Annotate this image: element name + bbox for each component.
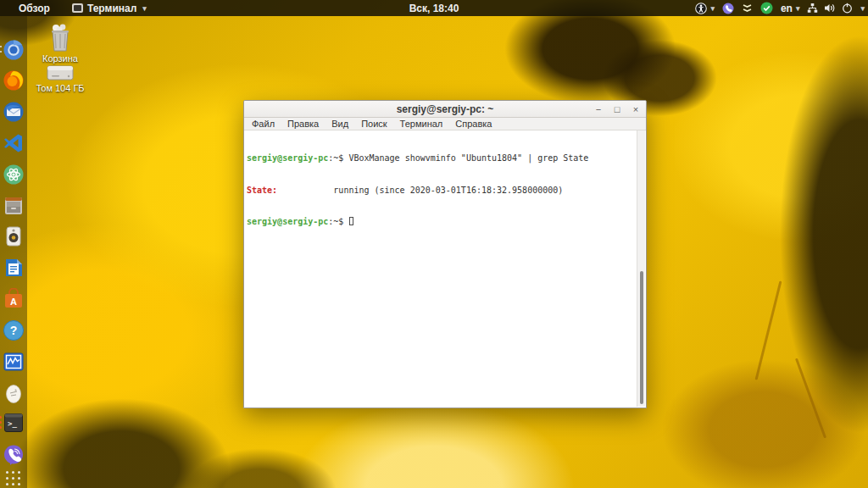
activities-button[interactable]: Обзор [15,3,53,14]
scrollbar-thumb[interactable] [640,271,643,403]
accessibility-icon [695,3,707,14]
terminal-scrollbar[interactable] [637,130,645,407]
desktop-icon-label: Том 104 ГБ [32,84,88,93]
show-applications-button[interactable] [6,471,21,486]
chevron-down-icon: ▾ [796,4,800,13]
command-text: VBoxManage showvminfo "Ubuntu1804" | gre… [343,153,588,163]
status-ok-icon [760,2,773,14]
viber-indicator[interactable] [722,3,734,14]
terminal-app-icon: >_ [3,412,25,434]
drive-icon [45,63,75,83]
terminal-icon [72,3,83,13]
menu-search[interactable]: Поиск [361,119,387,129]
svg-text:A: A [10,297,17,307]
dock-item-help[interactable]: ? [3,319,25,341]
window-titlebar[interactable]: sergiy@sergiy-pc: ~ − □ × [244,101,646,118]
clock-label: Вск, 18:40 [409,3,459,14]
dock-item-terminal[interactable]: >_ [3,412,25,434]
running-indicator-dot [0,426,2,429]
accessibility-menu[interactable]: ▾ [695,3,715,14]
prompt-path: :~$ [328,153,343,163]
top-bar: Обзор Терминал ▾ Вск, 18:40 ▾ [0,0,868,16]
app-indicator-zigzag[interactable] [742,3,753,14]
svg-text:>_: >_ [8,419,17,428]
viber-icon [3,444,25,466]
vscode-icon [3,132,25,154]
dock: A ? [0,16,27,488]
dock-item-viber[interactable] [3,444,25,466]
terminal-window: sergiy@sergiy-pc: ~ − □ × Файл Правка Ви… [243,100,647,408]
prompt-user-host: sergiy@sergiy-pc [247,153,328,163]
ubuntu-software-icon: A [3,288,25,310]
terminal-line: sergiy@sergiy-pc:~$ [247,217,634,228]
chromium-icon [3,39,25,61]
thunderbird-icon [3,101,25,123]
dock-item-thunderbird[interactable] [3,101,25,123]
focused-app-label: Терминал [87,3,136,14]
dock-item-green-atom-app[interactable] [3,164,25,186]
help-icon: ? [3,319,25,341]
window-title: sergiy@sergiy-pc: ~ [244,103,646,115]
prompt-user-host: sergiy@sergiy-pc [247,217,328,226]
status-ok-indicator[interactable] [760,2,773,14]
prompt-path: :~$ [328,217,348,226]
app-zigzag-icon [742,3,753,14]
terminal-line: State: running (since 2020-03-01T16:18:3… [247,186,634,197]
keyboard-layout-label: en [781,3,793,14]
dock-item-music-player[interactable] [3,225,25,247]
running-indicator-dot [0,51,2,53]
dock-item-vscode[interactable] [3,132,25,154]
terminal-output-area[interactable]: sergiy@sergiy-pc:~$ VBoxManage showvminf… [244,130,646,408]
libreoffice-writer-icon [3,257,25,279]
running-indicator-dot [0,46,2,47]
desktop: Обзор Терминал ▾ Вск, 18:40 ▾ [0,0,868,488]
svg-text:?: ? [10,324,18,337]
close-button[interactable]: × [631,104,641,114]
menu-edit[interactable]: Правка [287,119,319,129]
desktop-icon-volume[interactable]: Том 104 ГБ [32,63,88,93]
dock-item-ubuntu-software[interactable]: A [3,288,25,310]
window-menubar: Файл Правка Вид Поиск Терминал Справка [244,118,646,130]
state-value: running (since 2020-03-01T16:18:32.95800… [277,186,563,195]
state-label: State: [247,186,277,195]
dock-item-file-cabinet[interactable] [3,195,25,217]
dock-item-libreoffice-writer[interactable] [3,257,25,279]
running-indicator-dot [0,421,2,424]
firefox-icon [3,69,25,92]
chevron-down-icon: ▾ [142,4,147,13]
trash-icon [46,23,75,53]
egg-app-icon [3,382,25,404]
chevron-down-icon: ▾ [860,4,865,13]
maximize-button[interactable]: □ [612,104,622,114]
dock-item-egg-app[interactable] [3,382,25,404]
green-atom-app-icon [3,164,25,186]
menu-file[interactable]: Файл [252,119,275,129]
chevron-down-icon: ▾ [710,4,715,13]
file-cabinet-icon [3,195,25,217]
terminal-cursor [349,217,353,225]
menu-help[interactable]: Справка [455,119,492,129]
menu-view[interactable]: Вид [331,119,348,129]
minimize-button[interactable]: − [593,104,604,114]
music-player-icon [3,225,25,247]
system-menu[interactable]: ▾ [807,3,865,14]
network-wired-icon [807,3,818,14]
dock-item-firefox[interactable] [3,69,25,92]
viber-indicator-icon [722,3,734,14]
dock-item-system-monitor[interactable] [3,351,25,373]
clock[interactable]: Вск, 18:40 [409,0,459,16]
menu-terminal[interactable]: Терминал [400,119,443,129]
power-icon [842,3,853,14]
focused-app-menu[interactable]: Терминал ▾ [72,3,147,14]
dock-item-chromium[interactable] [3,39,25,61]
volume-icon [824,3,836,14]
running-indicator-dot [0,416,2,419]
system-monitor-icon [3,351,25,373]
keyboard-layout-menu[interactable]: en ▾ [781,3,800,14]
desktop-icon-trash[interactable]: Корзина [32,23,88,64]
terminal-line: sergiy@sergiy-pc:~$ VBoxManage showvminf… [247,153,634,164]
